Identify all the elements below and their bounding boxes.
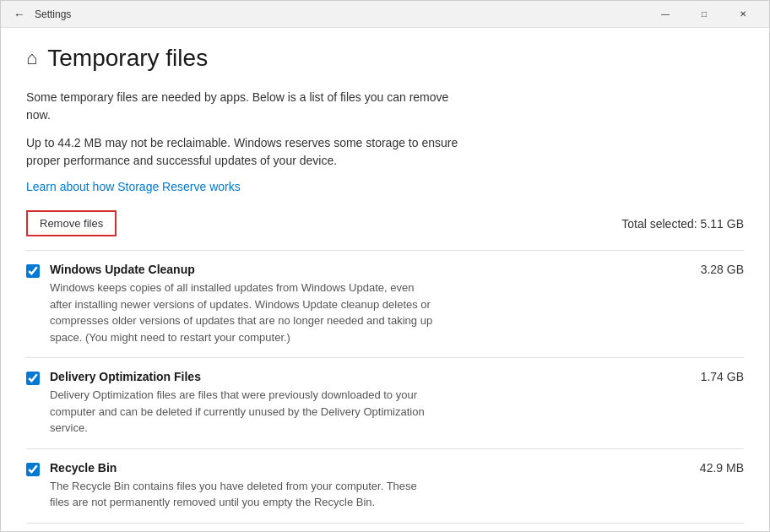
main-content: ⌂ Temporary files Some temporary files a… bbox=[1, 28, 769, 531]
page-header: ⌂ Temporary files bbox=[26, 45, 744, 72]
action-row: Remove files Total selected: 5.11 GB bbox=[26, 210, 744, 236]
file-size-2: 42.9 MB bbox=[700, 461, 744, 475]
file-info-1: Delivery Optimization Files 1.74 GB Deli… bbox=[50, 370, 744, 437]
window: ← Settings — □ ✕ ⌂ Temporary files Some … bbox=[0, 0, 770, 532]
file-checkbox-wrap bbox=[26, 463, 40, 480]
description-2: Up to 44.2 MB may not be reclaimable. Wi… bbox=[26, 134, 465, 170]
file-item: Delivery Optimization Files 1.74 GB Deli… bbox=[26, 358, 744, 449]
storage-reserve-link[interactable]: Learn about how Storage Reserve works bbox=[26, 180, 744, 193]
maximize-button[interactable]: □ bbox=[685, 1, 724, 28]
file-item: Windows Update Cleanup 3.28 GB Windows k… bbox=[26, 251, 744, 358]
file-checkbox-wrap bbox=[26, 264, 40, 281]
file-desc-2: The Recycle Bin contains files you have … bbox=[50, 478, 438, 511]
back-button[interactable]: ← bbox=[8, 3, 31, 26]
file-list: Windows Update Cleanup 3.28 GB Windows k… bbox=[26, 250, 744, 524]
file-header-row-0: Windows Update Cleanup 3.28 GB bbox=[50, 263, 744, 276]
file-desc-1: Delivery Optimization files are files th… bbox=[50, 387, 438, 437]
title-bar: ← Settings — □ ✕ bbox=[1, 1, 769, 28]
content-area: ⌂ Temporary files Some temporary files a… bbox=[1, 28, 769, 531]
file-checkbox-2[interactable] bbox=[26, 463, 40, 476]
file-checkbox-1[interactable] bbox=[26, 372, 40, 385]
file-name-0: Windows Update Cleanup bbox=[50, 263, 195, 276]
file-header-row-2: Recycle Bin 42.9 MB bbox=[50, 461, 744, 475]
file-name-1: Delivery Optimization Files bbox=[50, 370, 201, 383]
close-button[interactable]: ✕ bbox=[724, 1, 762, 28]
home-icon: ⌂ bbox=[26, 47, 37, 69]
file-info-0: Windows Update Cleanup 3.28 GB Windows k… bbox=[50, 263, 744, 345]
file-info-2: Recycle Bin 42.9 MB The Recycle Bin cont… bbox=[50, 461, 744, 511]
window-title: Settings bbox=[35, 8, 646, 20]
description-1: Some temporary files are needed by apps.… bbox=[26, 89, 465, 124]
file-header-row-1: Delivery Optimization Files 1.74 GB bbox=[50, 370, 744, 383]
file-size-1: 1.74 GB bbox=[701, 370, 744, 383]
file-desc-0: Windows keeps copies of all installed up… bbox=[50, 280, 438, 345]
window-controls: — □ ✕ bbox=[646, 1, 762, 28]
file-checkbox-wrap bbox=[26, 372, 40, 388]
file-item: Recycle Bin 42.9 MB The Recycle Bin cont… bbox=[26, 449, 744, 524]
total-selected: Total selected: 5.11 GB bbox=[621, 217, 744, 231]
file-checkbox-0[interactable] bbox=[26, 264, 40, 278]
file-name-2: Recycle Bin bbox=[50, 461, 117, 475]
page-title: Temporary files bbox=[47, 45, 208, 72]
file-size-0: 3.28 GB bbox=[701, 263, 744, 276]
minimize-button[interactable]: — bbox=[646, 1, 685, 28]
remove-files-button[interactable]: Remove files bbox=[26, 210, 117, 236]
